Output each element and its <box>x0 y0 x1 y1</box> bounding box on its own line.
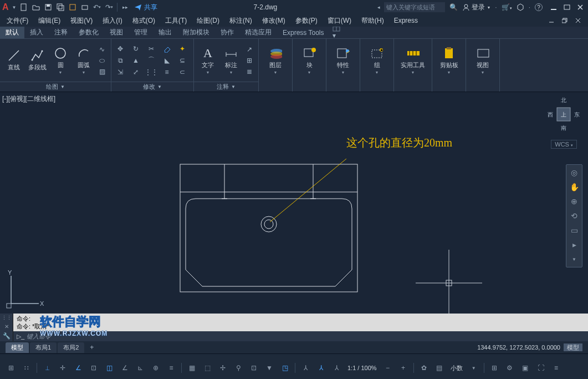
otrack-icon[interactable]: ∠ <box>118 361 131 375</box>
redo-icon[interactable]: ↷▾ <box>104 2 115 13</box>
title-prev-icon[interactable]: ◂ <box>373 2 384 13</box>
cmd-close-icon[interactable]: ✕ <box>4 324 9 330</box>
viewport-label[interactable]: [-][俯视][二维线框] <box>2 94 55 104</box>
tab-addins[interactable]: 附加模块 <box>177 26 215 39</box>
viewcube[interactable]: 上 北 南 西 东 <box>546 95 580 141</box>
menu-window[interactable]: 窗口(W) <box>323 15 356 27</box>
layer-button[interactable]: 图层▼ <box>262 44 289 77</box>
isolate-icon[interactable]: ▣ <box>519 361 532 375</box>
block-button[interactable]: 块▼ <box>296 44 323 77</box>
stretch-icon[interactable]: ⇲ <box>115 67 126 77</box>
menu-edit[interactable]: 编辑(E) <box>34 15 65 27</box>
open-icon[interactable] <box>30 2 42 13</box>
erase-icon[interactable] <box>161 44 172 54</box>
menu-express[interactable]: Express <box>390 16 422 26</box>
layout-tab-1[interactable]: 布局1 <box>30 342 57 353</box>
move-icon[interactable]: ✥ <box>115 44 126 54</box>
doc-minimize-button[interactable] <box>546 16 557 25</box>
web-icon[interactable] <box>67 2 78 13</box>
menu-insert[interactable]: 插入(I) <box>98 15 126 27</box>
isodraft-icon[interactable]: ∠ <box>71 361 85 375</box>
menu-tools[interactable]: 工具(T) <box>161 15 191 27</box>
dimension-button[interactable]: 标注▼ <box>221 44 242 77</box>
ortho-icon[interactable]: ⟂ <box>40 361 54 375</box>
nav-more-icon[interactable]: ▸ <box>569 239 580 250</box>
menu-dimension[interactable]: 标注(N) <box>225 15 257 27</box>
tab-default[interactable]: 默认 <box>0 26 24 39</box>
menu-file[interactable]: 文件(F) <box>2 15 33 27</box>
utilities-button[interactable]: 实用工具▼ <box>397 44 428 77</box>
tab-annotate[interactable]: 注释 <box>49 26 73 39</box>
arc-button[interactable]: 圆弧▼ <box>73 44 94 77</box>
polar-icon[interactable]: ✛ <box>56 361 69 375</box>
undo-icon[interactable]: ↶▾ <box>91 2 103 13</box>
cmd-customize-icon[interactable]: 🔧 <box>3 332 11 340</box>
tab-insert[interactable]: 插入 <box>24 26 49 39</box>
ui-lock-icon[interactable]: ◳ <box>278 361 292 375</box>
close-button[interactable] <box>575 3 586 12</box>
selection-filter-icon[interactable]: ▼ <box>263 361 276 375</box>
layout-tab-add[interactable]: + <box>85 342 98 352</box>
minimize-button[interactable] <box>548 3 559 12</box>
annoscale-icon[interactable]: ⅄ <box>299 361 312 375</box>
doc-restore-button[interactable] <box>559 16 570 25</box>
gizmo-icon[interactable]: ✢ <box>216 361 229 375</box>
space-badge[interactable]: 模型 <box>564 343 582 351</box>
units-icon[interactable]: ▤ <box>433 361 446 375</box>
login-button[interactable]: 登录 ▼ <box>462 3 490 12</box>
menu-draw[interactable]: 绘图(D) <box>192 15 224 27</box>
copy-icon[interactable]: ⧉ <box>115 55 126 65</box>
units-dropdown-icon[interactable]: ▼ <box>467 361 480 375</box>
cleanscreen-icon[interactable]: ⛶ <box>534 361 548 375</box>
osnap-icon[interactable]: ⊡ <box>87 361 100 375</box>
spline-icon[interactable]: ∿ <box>96 44 108 54</box>
quickproperties-icon[interactable]: ⊡ <box>247 361 260 375</box>
command-input[interactable]: ▷_键入命令 <box>13 331 588 341</box>
command-history[interactable]: 命令: 命令: *取消* <box>13 314 588 331</box>
maximize-button[interactable] <box>561 3 572 12</box>
mirror-icon[interactable]: ▲ <box>130 55 141 65</box>
search-icon[interactable]: 🔍 <box>449 3 458 11</box>
break-icon[interactable]: ⊂ <box>177 67 188 77</box>
tab-parametric[interactable]: 参数化 <box>73 26 104 39</box>
help-icon[interactable]: ? <box>535 3 543 11</box>
qat-dropdown[interactable]: ▼ <box>12 5 17 10</box>
offset-icon[interactable]: ⊆ <box>177 55 188 65</box>
menu-parametric[interactable]: 参数(P) <box>291 15 322 27</box>
annotation-monitor-icon[interactable]: ⚲ <box>232 361 245 375</box>
new-icon[interactable] <box>18 2 29 13</box>
zoom-plus-icon[interactable]: + <box>397 361 410 375</box>
leader-icon[interactable]: ↗ <box>244 44 255 54</box>
scale-icon[interactable]: ⤢ <box>130 67 141 77</box>
layout-tab-2[interactable]: 布局2 <box>58 342 84 353</box>
clipboard-button[interactable]: 剪贴板▼ <box>436 44 462 77</box>
3dosnap-icon[interactable]: ◫ <box>103 361 116 375</box>
view-button[interactable]: 视图▼ <box>469 44 496 77</box>
nav-zoom-icon[interactable]: ⊕ <box>569 196 580 207</box>
selection-cycling-icon[interactable]: ⬚ <box>201 361 214 375</box>
nav-pan-icon[interactable]: ✋ <box>569 181 580 193</box>
workspace-icon[interactable]: ✿ <box>417 361 431 375</box>
ducs-icon[interactable]: ⊾ <box>134 361 147 375</box>
nav-expand-icon[interactable]: ▼ <box>569 254 580 265</box>
save-icon[interactable] <box>43 2 54 13</box>
qat-expand-icon[interactable]: ▸▸ <box>120 2 131 13</box>
menu-view[interactable]: 视图(V) <box>66 15 97 27</box>
rotate-icon[interactable]: ↻ <box>130 44 141 54</box>
snap-icon[interactable]: ∷ <box>20 361 33 375</box>
transparency-icon[interactable]: ▦ <box>185 361 198 375</box>
grid-icon[interactable]: ⊞ <box>4 361 18 375</box>
drawing-canvas[interactable]: [-][俯视][二维线框] 这个孔的直径为20mm Y X 上 北 南 <box>0 92 588 314</box>
tab-featured[interactable]: 精选应用 <box>239 26 277 39</box>
menu-help[interactable]: 帮助(H) <box>357 15 388 27</box>
nav-showmotion-icon[interactable]: ▭ <box>569 225 580 236</box>
units-readout[interactable]: 小数 <box>448 364 465 372</box>
mtext-icon[interactable]: ≣ <box>244 67 255 77</box>
tab-manage[interactable]: 管理 <box>129 26 153 39</box>
group-button[interactable]: ★组▼ <box>364 44 390 77</box>
ellipse-icon[interactable]: ⬭ <box>96 55 108 65</box>
properties-button[interactable]: 特性▼ <box>330 44 356 77</box>
menu-modify[interactable]: 修改(M) <box>258 15 290 27</box>
saveas-icon[interactable] <box>55 2 66 13</box>
lwt-icon[interactable]: ≡ <box>165 361 178 375</box>
